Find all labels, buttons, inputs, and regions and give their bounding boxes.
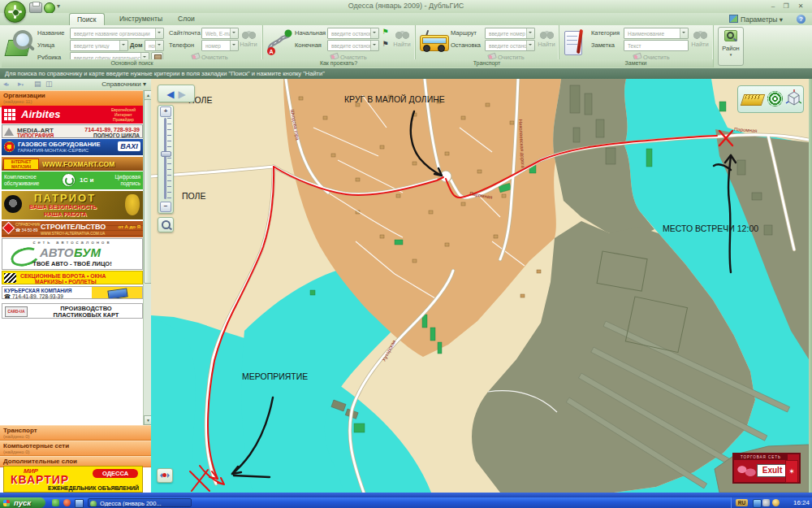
banner-line2: МАРКИЗЫ • РОЛЛЕТЫ	[35, 279, 97, 284]
zoom-track[interactable]	[164, 118, 166, 199]
street-input[interactable]	[72, 41, 123, 50]
tab-tools[interactable]: Инструменты	[112, 13, 170, 24]
center-dot-icon	[162, 473, 166, 477]
close-button[interactable]: ✕	[794, 2, 807, 11]
zoom-out-icon[interactable]: −	[160, 202, 171, 212]
parameters-button[interactable]: Параметры ▾	[729, 15, 783, 24]
section-count: (найдено 11)	[3, 99, 32, 104]
route-number-input[interactable]	[487, 28, 529, 38]
chevron-down-icon[interactable]	[155, 28, 163, 38]
map-forward-icon[interactable]: ▶	[179, 89, 186, 100]
zoom-in-icon[interactable]: +	[160, 106, 171, 117]
ad-banner-exult[interactable]: ТОРГОВАЯ СЕТЬ Exult ✶	[732, 453, 801, 484]
maximize-button[interactable]: ❐	[780, 2, 793, 11]
ad-banner-mir-kvartir[interactable]: МИР КВАРТИР ОДЕССА ЕЖЕНЕДЕЛЬНИК ОБЪЯВЛЕН…	[3, 466, 143, 493]
chevron-down-icon[interactable]	[526, 41, 534, 50]
ad-banner-foxmart[interactable]: ІНТЕРНЕТМАГАЗИН WWW.FOXMART.COM	[2, 157, 143, 171]
banner-tagline: Европейский Интернет Провайдер	[106, 107, 141, 122]
end-combo[interactable]	[327, 40, 379, 51]
category-input[interactable]	[626, 28, 683, 38]
start-flag-icon[interactable]: ⚑	[380, 27, 391, 37]
finish-flag-icon[interactable]: ⚑	[380, 39, 391, 49]
chevron-down-icon[interactable]	[526, 28, 534, 38]
help-icon[interactable]: ?	[797, 15, 806, 24]
ad-banner-stroy[interactable]: СПРАВОЧНИК СТРОИТЕЛЬСТВО от А до Я ☎ 34-…	[2, 221, 143, 237]
find-button[interactable]: Найти	[391, 29, 413, 48]
start-button[interactable]: пуск	[0, 497, 45, 508]
zoom-region-button[interactable]	[158, 217, 174, 232]
district-button[interactable]: Район ▾	[718, 27, 744, 66]
ad-banner-baxi[interactable]: ГАЗОВОЕ ОБОРУДОВАНИЕ ГАРАНТИЯ-МОНТАЖ-СЕР…	[2, 139, 143, 155]
section-title: Организации	[3, 92, 45, 99]
phone-combo[interactable]	[201, 40, 239, 51]
forward-icon[interactable]: ▸▾	[18, 80, 24, 88]
app-menu-button[interactable]	[4, 1, 26, 23]
stop-input[interactable]	[487, 41, 529, 50]
site-combo[interactable]	[201, 28, 239, 39]
lion-icon	[125, 194, 140, 215]
ad-banner-gates[interactable]: СЕКЦИОННЫЕ ВОРОТА • ОКНА МАРКИЗЫ • РОЛЛЕ…	[2, 271, 143, 284]
banner-line1: ВАША БЕЗОПАСНОСТЬ	[29, 204, 97, 210]
note-input[interactable]	[626, 41, 689, 50]
back-icon[interactable]: ◂▾	[3, 80, 9, 88]
show-desktop-icon[interactable]	[75, 499, 84, 508]
find-button[interactable]: Найти	[237, 29, 260, 48]
find-button[interactable]: Найти	[535, 29, 558, 48]
messenger-tray-icon[interactable]	[753, 499, 762, 508]
print-icon[interactable]	[29, 2, 42, 13]
collapse-icon[interactable]: ▤	[34, 80, 41, 88]
quicklaunch-icon-1[interactable]	[52, 499, 59, 506]
minimize-button[interactable]: –	[767, 2, 780, 11]
zoom-handle[interactable]	[161, 151, 171, 157]
start-input[interactable]	[330, 28, 374, 38]
site-input[interactable]	[204, 28, 233, 38]
quicklaunch-icon-2[interactable]	[63, 499, 71, 506]
ad-banner-media-art[interactable]: MEDIA-ART 714-41-89, 728-93-39 ТИПОГРАФИ…	[2, 124, 143, 138]
map-canvas[interactable]: Паромная Паромная Шкодова гора Николаевс…	[151, 79, 809, 493]
volume-tray-icon[interactable]	[762, 499, 770, 506]
name-input[interactable]	[72, 28, 158, 38]
update-icon[interactable]	[44, 2, 55, 14]
filter-icon[interactable]: ◫	[45, 80, 53, 88]
ruler-icon[interactable]	[741, 94, 766, 106]
find-button[interactable]: Найти	[689, 29, 711, 48]
route-icon: A	[266, 28, 293, 56]
note-field[interactable]	[624, 40, 689, 51]
banner-line2: НАША РАБОТА	[44, 211, 87, 217]
taskbar-task-button[interactable]: Одесса (январь 200...	[88, 498, 192, 507]
street-combo[interactable]	[70, 40, 128, 51]
name-combo[interactable]	[70, 28, 164, 39]
chevron-down-icon[interactable]	[370, 28, 378, 38]
section-organizations[interactable]: Организации (найдено 11)	[0, 90, 143, 107]
house-combo[interactable]	[145, 40, 164, 51]
chevron-down-icon[interactable]	[680, 28, 688, 38]
chevron-down-icon[interactable]	[370, 41, 378, 50]
ad-banner-1c[interactable]: Комплексное обслуживание 1С и Цифровая п…	[2, 172, 143, 189]
ad-banner-airbites[interactable]: Airbites Европейский Интернет Провайдер	[2, 106, 143, 124]
section-transport[interactable]: Транспорт (найдено 0)	[0, 425, 151, 441]
category-combo[interactable]	[624, 28, 689, 39]
ad-banner-cards[interactable]: CARD-UA ПРОИЗВОДСТВО ПЛАСТИКОВЫХ КАРТ	[2, 303, 143, 319]
target-icon[interactable]	[767, 91, 783, 106]
cube-3d-icon[interactable]	[785, 89, 801, 107]
ad-banner-avtoboom[interactable]: сеть автосалонов АВТО БУМ ТВОЁ АВТО - ТВ…	[2, 238, 143, 270]
map-back-icon[interactable]: ◀	[166, 89, 174, 100]
chevron-down-icon[interactable]	[119, 41, 127, 50]
end-input[interactable]	[330, 41, 374, 50]
ad-banner-courier[interactable]: КУРЬЕРСКАЯ КОМПАНИЯ ☎ 714-41-89, 728-93-…	[2, 286, 143, 299]
chevron-down-icon: ▾	[719, 52, 743, 57]
tab-layers[interactable]: Слои	[171, 13, 202, 24]
tab-search[interactable]: Поиск	[69, 13, 105, 25]
ad-banner-patriot[interactable]: ПАТРИОТ ВАША БЕЗОПАСНОСТЬ НАША РАБОТА	[2, 191, 143, 219]
sidebar-title[interactable]: Справочники ▾	[102, 80, 146, 88]
phone-input[interactable]	[204, 41, 233, 50]
chevron-down-icon[interactable]	[155, 41, 163, 50]
center-map-button[interactable]	[157, 468, 173, 483]
route-number-combo[interactable]	[485, 28, 535, 39]
section-networks[interactable]: Компьютерные сети (найдено 0)	[0, 441, 151, 456]
disc-tray-icon[interactable]	[772, 499, 780, 506]
qat-more-icon[interactable]: ▾	[57, 2, 60, 10]
language-indicator[interactable]: RU	[736, 499, 748, 506]
stop-combo[interactable]	[485, 40, 535, 51]
start-combo[interactable]	[327, 28, 379, 39]
